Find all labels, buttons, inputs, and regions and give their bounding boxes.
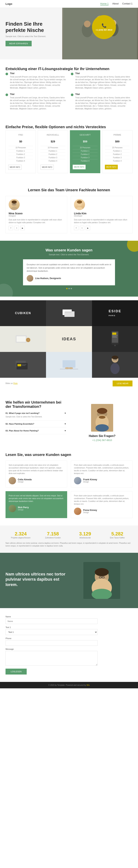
hero-subtitle: Sample text. Click to select the Text El… (5, 35, 63, 37)
team-section: Lernen Sie das Team Unsere Fachleute ken… (0, 181, 138, 241)
name-label: Name (5, 616, 97, 618)
portfolio-overlay-8 (46, 352, 92, 378)
nav-contact[interactable]: Contact 1 (122, 2, 133, 5)
portfolio-item-3[interactable]: ESIDEPARIS (92, 300, 138, 326)
portfolio-item-4[interactable] (0, 326, 46, 352)
it-item-3: Titel Treat yourself (Praxen und Junge, … (5, 93, 67, 110)
team-desc-nina: Duis aute irure dolor in reprehenderit i… (9, 218, 64, 224)
cta-heading: Nam ultrices ultrices nec tortor pulvina… (5, 571, 67, 587)
hero-title: Finden Sie Ihre perfekte Nische (5, 21, 63, 33)
quote-text: Excepteur sint occaecat cupidatat non pr… (27, 263, 111, 273)
hero-cta-button[interactable]: MEHR ERFAHREN (5, 41, 32, 46)
testimonial-quote: Excepteur sint occaecat cupidatat non pr… (23, 259, 115, 285)
faq-contact-panel: Haben Sie Fragen? +1 (234) 567-8910 (72, 400, 133, 441)
facebook-icon-nina[interactable]: f (9, 226, 13, 230)
it-item-1: Titel Treat yourself (Praxen und Junge, … (5, 72, 67, 89)
message-textarea[interactable] (5, 651, 97, 666)
customer-text-fiona: Proin diam ante ipsum malesuada convalli… (74, 494, 129, 505)
pricing-card-free: Frei $0 10 Personen Funktion 1 Funktion … (5, 130, 36, 173)
contact-section: Name Text 1 Text 1 Text 2 Text 3 Phone M… (0, 608, 138, 682)
stat-hours-label: Arbeitsstunde (70, 537, 100, 539)
portfolio-item-1[interactable]: CUBIKEN (0, 300, 46, 326)
plan-name-individual: Individuell (41, 134, 65, 136)
svg-rect-35 (17, 364, 21, 366)
svg-point-4 (84, 21, 91, 27)
faq-question-1[interactable]: 01. What if page size isn't working? ▼ (5, 412, 66, 414)
svg-point-17 (77, 200, 82, 204)
plan-price-premium: $89 (105, 137, 130, 144)
customer-text-celia: Sed ut perspiciatis unde omnis iste natu… (9, 464, 64, 475)
plan-features-premium: 25 Personen Funktion 1 Funktion 2 Funkti… (105, 146, 130, 162)
navigation: Logo Home 1 About Contact 1 (0, 0, 138, 8)
portfolio-credit-link[interactable]: Flickr (13, 382, 18, 384)
portfolio-credit: Bilder on Flickr (5, 382, 18, 384)
portfolio-item-2[interactable] (46, 300, 92, 326)
portfolio-logo-cubiken: CUBIKEN (15, 312, 31, 315)
cta-banner: Nam ultrices ultrices nec tortor pulvina… (0, 553, 138, 608)
plan-btn-individual[interactable]: MEHR INFO (41, 165, 54, 170)
youtube-icon-linda[interactable]: ▶ (86, 226, 90, 230)
author-avatar (27, 275, 33, 282)
portfolio-item-9[interactable] (92, 352, 138, 378)
portfolio-bottom: Bilder on Flickr LESE MEHR (0, 378, 138, 389)
dot-3[interactable] (71, 288, 72, 289)
svg-rect-31 (112, 336, 117, 337)
svg-rect-39 (62, 360, 76, 368)
svg-point-16 (76, 207, 83, 210)
portfolio-item-7[interactable] (0, 352, 46, 378)
it-section-heading: Entwicklung einer IT-Lösungsstrategie fü… (5, 67, 133, 71)
faq-person-avatar (91, 404, 113, 432)
portfolio-item-6[interactable] (92, 326, 138, 352)
customer-avatar-celia (9, 477, 16, 484)
hero-content: Finden Sie Ihre perfekte Nische Sample t… (0, 11, 69, 55)
text1-select[interactable]: Text 1 Text 2 Text 3 (5, 629, 97, 635)
form-group-text1: Text 1 Text 1 Text 2 Text 3 (5, 626, 97, 635)
it-icon-2 (71, 73, 74, 75)
faq-answer-1: Sample text. Click to select the Text El… (5, 415, 66, 418)
customer-info-fiona: Fiona Kinney Design (83, 509, 97, 514)
name-input[interactable] (5, 618, 97, 624)
portfolio-more-button[interactable]: LESE MEHR (112, 380, 133, 386)
faq-question-2[interactable]: 02. Haus Painting Essentials? ▼ (5, 423, 66, 425)
dot-1[interactable] (66, 288, 67, 289)
footer-link[interactable]: Wix (87, 684, 90, 686)
phone-label: Phone (5, 637, 97, 640)
submit-button[interactable]: LOSLEGEN (5, 669, 27, 675)
twitter-icon-linda[interactable]: t (80, 226, 84, 230)
author-info: Lisa Hudson, Designerin (35, 277, 61, 280)
customer-role-celia: Design (18, 481, 32, 483)
youtube-icon-nina[interactable]: ▶ (20, 226, 25, 230)
nav-about[interactable]: About (112, 2, 119, 5)
plan-btn-business[interactable]: MEHR INFO (73, 165, 86, 169)
nav-home[interactable]: Home 1 (100, 2, 109, 5)
it-item-2: Titel Treat yourself (Praxen und Junge, … (71, 72, 133, 89)
customer-card-fiona: Proin diam ante ipsum malesuada convalli… (71, 491, 133, 518)
plan-btn-premium[interactable]: MEHR INFO (105, 165, 118, 169)
customer-author-celia: Celia Almeda Design (9, 477, 64, 484)
plan-btn-free[interactable]: MEHR INFO (8, 165, 21, 170)
phone-input[interactable] (5, 640, 97, 646)
it-text-1: Titel Treat yourself (Praxen und Junge, … (10, 72, 67, 89)
faq-question-3[interactable]: 03. Plan About for Home Painting? ▼ (5, 430, 66, 432)
dot-2[interactable] (68, 288, 70, 289)
portfolio-item-8[interactable] (46, 352, 92, 378)
twitter-icon-nina[interactable]: t (14, 226, 19, 230)
plan-name-premium: Prämie (105, 134, 130, 136)
stat-clients: 7.158 Zufriedene Kunden (38, 531, 68, 539)
social-icons-linda: f t ▶ (74, 226, 129, 230)
carousel-dots (5, 288, 133, 289)
team-grid: Nina Scavo Designer Duis aute irure dolo… (5, 196, 133, 233)
portfolio-logo-ideas: IDEAS (62, 337, 76, 341)
author-name: Lisa Hudson, Designerin (35, 277, 61, 280)
stat-projects-number: 2.324 (5, 531, 36, 537)
facebook-icon-linda[interactable]: f (74, 226, 78, 230)
customer-info-nick: Nick Perry Design (18, 506, 29, 511)
svg-rect-40 (60, 369, 78, 370)
faq-contact-heading: Haben Sie Fragen? (89, 434, 116, 438)
plan-name-free: Frei (8, 134, 33, 136)
team-avatar-linda (74, 199, 85, 210)
customer-name-nick: Nick Perry (18, 506, 29, 509)
it-text-4: Titel Treat yourself (Praxen und Junge, … (75, 93, 133, 110)
svg-point-54 (99, 416, 105, 419)
portfolio-item-5[interactable]: IDEAS (46, 326, 92, 352)
